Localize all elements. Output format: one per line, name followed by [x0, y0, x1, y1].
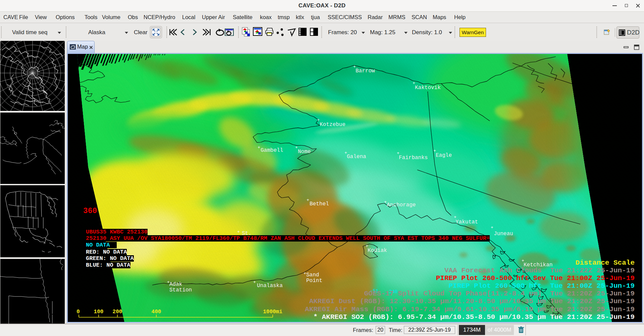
svg-text:0: 0: [76, 309, 80, 315]
svg-text:400: 400: [152, 309, 161, 315]
svg-text:200: 200: [113, 309, 122, 315]
svg-text:1000mi: 1000mi: [263, 309, 282, 315]
svg-text:100: 100: [94, 309, 104, 315]
